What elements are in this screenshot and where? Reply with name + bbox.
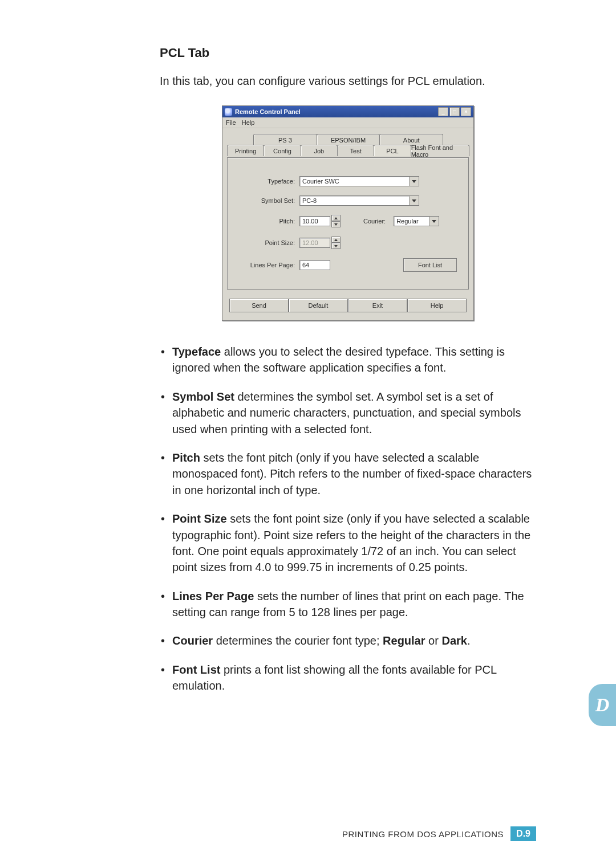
- maximize-button[interactable]: □: [449, 107, 460, 116]
- chevron-down-icon[interactable]: [429, 217, 439, 226]
- remote-control-panel-window: Remote Control Panel _ □ × File Help PS …: [222, 105, 474, 321]
- typeface-combo[interactable]: Courier SWC: [299, 176, 419, 186]
- font-list-button[interactable]: Font List: [403, 258, 457, 272]
- menubar: File Help: [222, 117, 473, 128]
- help-button[interactable]: Help: [407, 299, 467, 312]
- menu-help[interactable]: Help: [242, 119, 255, 126]
- tab-ps3[interactable]: PS 3: [253, 134, 317, 145]
- symbolset-label: Symbol Set:: [239, 197, 299, 204]
- tab-rows: PS 3 EPSON/IBM About Printing Config Job…: [227, 134, 469, 156]
- send-button[interactable]: Send: [229, 299, 289, 312]
- titlebar[interactable]: Remote Control Panel _ □ ×: [222, 106, 473, 117]
- bullet-courier: Courier determines the courier font type…: [160, 633, 536, 649]
- page-footer: PRINTING FROM DOS APPLICATIONS D.9: [160, 826, 536, 841]
- close-button[interactable]: ×: [461, 107, 471, 116]
- typeface-label: Typeface:: [239, 178, 299, 185]
- lines-label: Lines Per Page:: [239, 262, 299, 268]
- lines-input[interactable]: 64: [299, 260, 330, 270]
- pointsize-down-button: [331, 243, 341, 249]
- courier-value: Regular: [396, 218, 419, 225]
- tab-test[interactable]: Test: [337, 145, 374, 156]
- tab-pcl[interactable]: PCL: [374, 145, 411, 156]
- app-icon: [225, 108, 232, 116]
- page-number: D.9: [510, 826, 536, 841]
- courier-combo[interactable]: Regular: [394, 216, 439, 226]
- intro-text: In this tab, you can configure various s…: [160, 73, 536, 89]
- pitch-up-button[interactable]: [331, 215, 341, 221]
- typeface-value: Courier SWC: [302, 178, 339, 185]
- tab-config[interactable]: Config: [264, 145, 301, 156]
- section-heading: PCL Tab: [160, 46, 536, 60]
- bullet-symbol-set: Symbol Set determines the symbol set. A …: [160, 389, 536, 437]
- bullet-point-size: Point Size sets the font point size (onl…: [160, 511, 536, 576]
- bullet-typeface: Typeface allows you to select the desire…: [160, 344, 536, 376]
- symbolset-combo[interactable]: PC-8: [299, 195, 419, 206]
- tab-panel-pcl: Typeface: Courier SWC Symbol Set: PC-8: [227, 157, 469, 290]
- pointsize-spinner: 12.00: [299, 238, 330, 248]
- side-section-letter: D: [595, 694, 610, 716]
- chevron-down-icon[interactable]: [409, 177, 419, 186]
- side-section-tab: D: [589, 684, 616, 726]
- bullet-lines-per-page: Lines Per Page sets the number of lines …: [160, 588, 536, 621]
- tab-epson[interactable]: EPSON/IBM: [317, 134, 380, 145]
- description-list: Typeface allows you to select the desire…: [160, 344, 536, 694]
- bullet-font-list: Font List prints a font list showing all…: [160, 662, 536, 694]
- pitch-spinner[interactable]: 10.00: [299, 216, 330, 226]
- exit-button[interactable]: Exit: [348, 299, 407, 312]
- bullet-pitch: Pitch sets the font pitch (only if you h…: [160, 450, 536, 498]
- window-title: Remote Control Panel: [235, 108, 301, 115]
- footer-text: PRINTING FROM DOS APPLICATIONS: [342, 829, 504, 839]
- pointsize-up-button: [331, 237, 341, 243]
- courier-label: Courier:: [363, 218, 390, 225]
- pitch-down-button[interactable]: [331, 221, 341, 227]
- tab-printing[interactable]: Printing: [227, 145, 264, 156]
- menu-file[interactable]: File: [226, 119, 236, 126]
- pitch-label: Pitch:: [239, 218, 299, 225]
- default-button[interactable]: Default: [289, 299, 348, 312]
- chevron-down-icon[interactable]: [409, 196, 419, 205]
- symbolset-value: PC-8: [302, 197, 317, 204]
- tab-job[interactable]: Job: [301, 145, 338, 156]
- pointsize-label: Point Size:: [239, 239, 299, 246]
- minimize-button[interactable]: _: [438, 107, 448, 116]
- tab-flash-font[interactable]: Flash Font and Macro: [411, 145, 469, 156]
